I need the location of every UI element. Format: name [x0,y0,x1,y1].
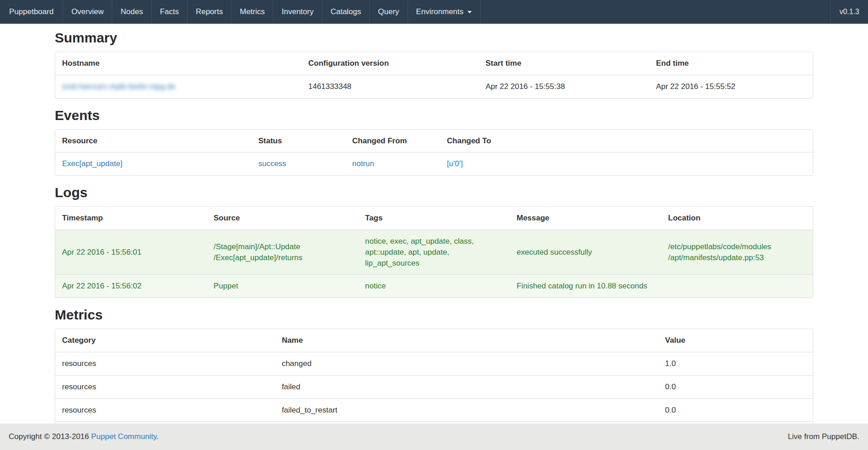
metrics-heading: Metrics [55,308,813,322]
navbar-spacer [481,0,831,24]
event-status-link[interactable]: success [258,159,286,168]
metric-row: resources changed 1.0 [55,352,813,375]
caret-down-icon [467,11,472,13]
logs-header-row: Timestamp Source Tags Message Location [55,207,813,230]
log-source-cell: /Stage[main]/Apt::Update /Exec[apt_updat… [207,230,358,274]
copyright-text: Copyright © 2013-2016 [9,432,89,441]
metrics-col-name: Name [275,329,658,352]
logs-col-message: Message [510,207,661,230]
copyright-period: . [157,432,159,441]
nav-item-reports[interactable]: Reports [188,0,232,24]
version-badge: v0.1.3 [830,0,868,24]
metric-row: resources failed_to_restart 0.0 [55,398,813,422]
summary-col-hostname: Hostname [55,52,302,75]
metric-value-cell: 1.0 [658,352,813,375]
logs-panel: Timestamp Source Tags Message Location A… [55,206,813,298]
nav-item-inventory[interactable]: Inventory [273,0,322,24]
logs-col-location: Location [661,207,813,230]
event-status-cell: success [251,152,345,175]
event-resource-link[interactable]: Exec[apt_update] [62,159,122,168]
log-timestamp-cell: Apr 22 2016 - 15:56:02 [55,275,207,298]
metric-name-cell: failed [275,375,658,398]
metrics-col-category: Category [55,329,275,352]
logs-col-timestamp: Timestamp [55,207,207,230]
log-message-cell: Finished catalog run in 10.88 seconds [510,275,661,298]
hostname-cell: snat-tservum.mpib-berlin.mpg.de [55,75,302,98]
metric-value-cell: 0.0 [658,398,813,422]
summary-heading: Summary [55,31,813,45]
metrics-col-value: Value [658,329,813,352]
events-panel: Resource Status Changed From Changed To … [55,129,813,176]
log-tags-cell: notice [358,275,510,298]
config-version-cell: 1461333348 [302,75,479,98]
logs-table: Timestamp Source Tags Message Location A… [55,207,813,298]
events-heading: Events [55,109,813,122]
event-changed-from-link[interactable]: notrun [352,159,374,168]
event-changed-to-cell: [u'0'] [440,152,813,175]
nav-item-facts[interactable]: Facts [152,0,188,24]
log-source-cell: Puppet [207,275,358,298]
puppet-community-link[interactable]: Puppet Community [91,432,157,441]
nav-item-overview[interactable]: Overview [63,0,112,24]
event-changed-from-cell: notrun [345,152,440,175]
event-row: Exec[apt_update] success notrun [u'0'] [55,152,813,175]
log-location-cell: /etc/puppetlabs/code/modules /apt/manife… [661,230,813,274]
events-table: Resource Status Changed From Changed To … [55,130,813,176]
main-content: Summary Hostname Configuration version S… [55,31,813,445]
live-from-puppetdb-text: Live from PuppetDB. [788,431,859,442]
footer-copyright: Copyright © 2013-2016 Puppet Community. [9,431,159,442]
log-row: Apr 22 2016 - 15:56:02 Puppet notice Fin… [55,275,813,298]
logs-heading: Logs [55,186,813,199]
footer: Copyright © 2013-2016 Puppet Community. … [0,424,868,450]
event-resource-cell: Exec[apt_update] [55,152,251,175]
event-changed-to-link[interactable]: [u'0'] [447,159,463,168]
nav-item-query[interactable]: Query [370,0,408,24]
log-location-cell [661,275,813,298]
nav-item-catalogs[interactable]: Catalogs [322,0,370,24]
metric-value-cell: 0.0 [658,375,813,398]
logs-col-source: Source [207,207,358,230]
nav-item-metrics[interactable]: Metrics [231,0,273,24]
metric-category-cell: resources [55,375,275,398]
events-col-resource: Resource [55,130,251,152]
metric-name-cell: changed [275,352,658,375]
log-timestamp-cell: Apr 22 2016 - 15:56:01 [55,230,207,274]
navbar-brand[interactable]: Puppetboard [0,0,63,24]
nav-item-environments-dropdown[interactable]: Environments [408,0,481,24]
log-tags-cell: notice, exec, apt_update, class, apt::up… [358,230,510,274]
summary-col-end-time: End time [649,52,813,75]
events-col-changed-from: Changed From [345,130,440,152]
hostname-link[interactable]: snat-tservum.mpib-berlin.mpg.de [62,82,175,91]
events-col-changed-to: Changed To [440,130,813,152]
end-time-cell: Apr 22 2016 - 15:55:52 [649,75,813,98]
summary-header-row: Hostname Configuration version Start tim… [55,52,813,75]
metric-row: resources failed 0.0 [55,375,813,398]
metric-category-cell: resources [55,352,275,375]
summary-table: Hostname Configuration version Start tim… [55,52,813,98]
metric-name-cell: failed_to_restart [275,398,658,422]
log-message-cell: executed successfully [510,230,661,274]
start-time-cell: Apr 22 2016 - 15:55:38 [479,75,649,98]
summary-panel: Hostname Configuration version Start tim… [55,52,813,99]
events-header-row: Resource Status Changed From Changed To [55,130,813,152]
events-col-status: Status [251,130,345,152]
log-row: Apr 22 2016 - 15:56:01 /Stage[main]/Apt:… [55,230,813,274]
logs-col-tags: Tags [358,207,510,230]
navbar: Puppetboard Overview Nodes Facts Reports… [0,0,868,24]
metrics-header-row: Category Name Value [55,329,813,352]
nav-item-nodes[interactable]: Nodes [112,0,152,24]
summary-col-start-time: Start time [479,52,649,75]
environments-label: Environments [416,6,464,17]
summary-col-config-version: Configuration version [302,52,479,75]
summary-row: snat-tservum.mpib-berlin.mpg.de 14613333… [55,75,813,98]
metric-category-cell: resources [55,398,275,422]
